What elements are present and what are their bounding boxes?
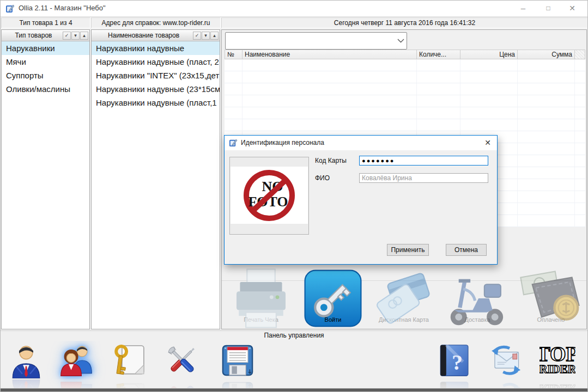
login-button[interactable]: Войти — [300, 283, 366, 323]
sort-asc-icon[interactable]: ▴ — [80, 32, 88, 40]
column-header-number[interactable]: № — [225, 50, 243, 59]
icon-reflection — [104, 379, 156, 388]
access-keys-button[interactable] — [104, 342, 156, 381]
help-button[interactable]: ? ? — [428, 342, 480, 381]
list-item[interactable]: Суппорты — [2, 69, 89, 82]
table-row — [225, 71, 585, 83]
chevron-down-icon — [397, 39, 404, 43]
status-date-time: Сегодня четверг 11 августа 2016 года 16:… — [221, 17, 588, 28]
icon-reflection — [480, 379, 532, 388]
maximize-button[interactable]: □ — [537, 0, 560, 16]
users-icon — [58, 342, 94, 378]
sort-desc-icon[interactable]: ▾ — [71, 32, 80, 40]
staff-photo-frame: NO FOTO — [229, 157, 309, 235]
check-sort-icon[interactable]: ✓ — [193, 32, 201, 40]
cards-icon — [371, 283, 437, 314]
print-receipt-button[interactable]: Печать Чека — [228, 283, 294, 323]
list-item[interactable]: Оливки/маслины — [2, 82, 89, 96]
user-icon — [8, 342, 44, 378]
logo-rider-text: RIDER — [539, 363, 575, 376]
column-header-quantity[interactable]: Количе... — [417, 50, 460, 59]
mail-sync-icon — [488, 342, 524, 378]
column-header-price[interactable]: Цена — [460, 50, 518, 59]
tools-icon — [164, 342, 200, 378]
dialog-title: Идентификация персонала — [241, 136, 324, 150]
status-type-count: Тип товара 1 из 4 — [1, 17, 90, 28]
paid-button[interactable]: Оплачено — [518, 283, 584, 323]
fio-input[interactable]: Ковалёва Ирина — [359, 173, 488, 183]
product-types-panel: Тип товаров ✓ ▾ ▴ Нарукавники Мячи Суппо… — [1, 29, 90, 329]
scooter-icon — [445, 283, 510, 314]
apply-button[interactable]: Применить — [387, 244, 429, 256]
product-search-combobox[interactable] — [225, 32, 407, 50]
column-header-name[interactable]: Наименование — [243, 50, 417, 59]
product-types-list: Нарукавники Мячи Суппорты Оливки/маслины — [2, 41, 89, 96]
top-rider-logo: TOP RIDER TOP RIDER — [531, 342, 584, 381]
bottom-dock: ? ? — [0, 341, 588, 388]
icon-reflection — [50, 379, 102, 388]
title-bar: Ollia 2.11 - Магазин "Небо" – □ ✕ — [0, 0, 588, 17]
card-code-label: Код Карты — [315, 157, 347, 164]
window-bottom-edge — [0, 388, 588, 392]
app-icon — [229, 138, 238, 147]
control-panel-bar: Панель управления — [0, 330, 588, 341]
receipt-toolbar: Печать Чека Войти — [222, 280, 586, 330]
fio-label: ФИО — [315, 174, 330, 182]
save-button[interactable] — [211, 342, 264, 381]
printer-icon — [228, 283, 294, 314]
no-photo-image: NO FOTO — [231, 167, 308, 224]
product-names-header: Наименование товаров ✓ ▾ ▴ — [92, 30, 220, 41]
close-button[interactable]: ✕ — [561, 0, 584, 16]
status-row: Тип товара 1 из 4 Адрес для справок: www… — [0, 17, 588, 29]
dialog-close-icon[interactable]: ✕ — [482, 137, 494, 148]
minimize-button[interactable]: – — [512, 0, 535, 16]
product-names-list: Нарукавники надувные Нарукавники надувны… — [92, 41, 220, 109]
items-table-header: № Наименование Количе... Цена Сумма — [225, 50, 585, 59]
product-types-header: Тип товаров ✓ ▾ ▴ — [2, 30, 89, 41]
product-names-panel: Наименование товаров ✓ ▾ ▴ Нарукавники н… — [91, 29, 220, 329]
delivery-button[interactable]: Доставка — [445, 283, 510, 323]
staff-identification-dialog: Идентификация персонала ✕ NO FOTO Код Ка… — [224, 135, 498, 265]
icon-reflection — [0, 379, 52, 388]
icon-reflection — [156, 379, 208, 388]
icon-reflection: TOP RIDER — [531, 379, 584, 388]
column-header-sum[interactable]: Сумма — [518, 50, 575, 59]
list-item[interactable]: Мячи — [2, 55, 89, 69]
svg-text:RIDER: RIDER — [539, 382, 575, 388]
list-item[interactable]: Нарукавники — [2, 41, 89, 55]
list-item[interactable]: Нарукавники надувные (пласт,1 — [92, 96, 220, 109]
cancel-button[interactable]: Отмена — [446, 244, 487, 256]
discount-card-button[interactable]: Дисконтная Карта — [371, 283, 437, 323]
settings-button[interactable] — [156, 342, 208, 381]
list-item[interactable]: Нарукавники "INTEX" (23x15,дет — [92, 69, 220, 82]
table-row — [225, 59, 585, 71]
column-header-blank — [575, 50, 585, 59]
icon-reflection — [211, 379, 264, 388]
top-rider-logo-text: TOP RIDER — [539, 342, 575, 378]
window-title: Ollia 2.11 - Магазин "Небо" — [19, 0, 106, 16]
table-row — [225, 119, 585, 131]
sort-asc-icon[interactable]: ▴ — [210, 32, 219, 40]
list-item[interactable]: Нарукавники надувные — [92, 41, 220, 55]
staff-button-selected[interactable] — [50, 342, 102, 381]
card-code-input[interactable]: ●●●●●●● — [359, 156, 488, 166]
icon-reflection: ? — [428, 379, 480, 388]
table-row — [225, 107, 585, 119]
status-address: Адрес для справок: www.top-rider.ru — [91, 17, 221, 28]
check-sort-icon[interactable]: ✓ — [63, 32, 71, 40]
list-item[interactable]: Нарукавники надувные (23*15см — [92, 82, 220, 96]
sort-desc-icon[interactable]: ▾ — [202, 32, 210, 40]
key-icon — [300, 283, 366, 314]
key-document-icon — [112, 342, 148, 378]
list-item[interactable]: Нарукавники надувные (пласт, 2 — [92, 55, 220, 69]
sync-mail-button[interactable] — [480, 342, 532, 381]
floppy-disk-icon — [220, 342, 256, 378]
product-names-header-label: Наименование товаров — [108, 30, 203, 41]
help-book-icon: ? — [436, 342, 472, 378]
money-icon — [518, 283, 584, 314]
dialog-title-bar: Идентификация персонала ✕ — [225, 136, 497, 150]
cashier-button[interactable] — [0, 342, 52, 381]
table-row — [225, 83, 585, 95]
table-row — [225, 95, 585, 107]
svg-text:?: ? — [452, 384, 463, 389]
